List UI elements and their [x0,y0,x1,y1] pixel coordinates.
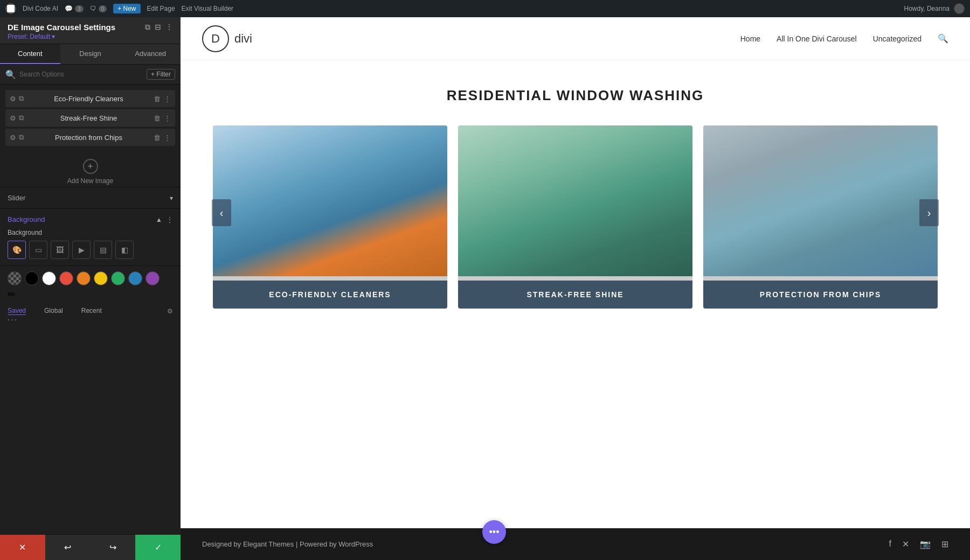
sidebar-search-bar: 🔍 + Filter [0,65,181,85]
logo-letter: D [211,32,220,46]
edit-page-link[interactable]: Edit Page [147,5,175,12]
comment-count-link[interactable]: 🗨 0 [90,5,107,12]
comments-count: 3 [75,5,84,12]
footer-elegant-themes-link[interactable]: Elegant Themes [243,540,294,548]
save-button[interactable]: ✓ [135,535,181,560]
redo-button[interactable]: ↪ [91,535,136,560]
filter-button[interactable]: + Filter [147,69,175,80]
sidebar-layout-icon[interactable]: ⊟ [155,23,161,32]
transparent-swatch[interactable] [8,271,22,285]
purple-swatch[interactable] [146,271,160,285]
nav-uncategorized[interactable]: Uncategorized [873,34,922,43]
cancel-button[interactable]: ✕ [0,535,45,560]
add-new-circle-icon[interactable]: + [83,159,98,174]
item-duplicate-icon[interactable]: ⧉ [19,114,24,122]
item-left-icons: ⚙ ⧉ [10,114,24,122]
card-image-3 [703,125,938,276]
nav-home[interactable]: Home [740,34,760,43]
exit-builder-link[interactable]: Exit Visual Builder [182,5,234,12]
item-delete-icon[interactable]: 🗑 [154,95,161,103]
carousel-next-button[interactable]: › [919,199,939,226]
swatch-settings-icon[interactable]: ⚙ [167,307,173,315]
facebook-icon[interactable]: f [889,539,891,549]
sidebar-items-list: ⚙ ⧉ Eco-Friendly Cleaners 🗑 ⋮ ⚙ ⧉ Streak… [0,85,181,151]
slider-section-header[interactable]: Slider ▾ [8,194,173,202]
add-new-image-button[interactable]: + Add New Image [0,151,181,187]
logo-circle: D [202,25,229,52]
admin-bar-left: Divi Code AI 💬 3 🗨 0 + New Edit Page Exi… [5,3,897,14]
sidebar-bottom-buttons: ✕ ↩ ↪ ✓ [0,534,181,560]
nav-search-icon[interactable]: 🔍 [938,33,948,44]
item-duplicate-icon[interactable]: ⧉ [19,94,24,103]
item-settings-icon[interactable]: ⚙ [10,95,16,103]
yellow-swatch[interactable] [94,271,108,285]
orange-swatch[interactable] [77,271,91,285]
swatch-tab-recent[interactable]: Recent [81,307,102,315]
background-section: Background ▲ ⋮ Background 🎨 ▭ 🖼 ▶ ▤ ◧ [0,208,181,265]
carousel-card-3: PROTECTION FROM CHIPS [703,125,938,309]
custom-color-icon[interactable]: ✏ [8,289,22,303]
footer-wordpress-link[interactable]: WordPress [338,540,373,548]
divi-code-ai-label: Divi Code AI [23,5,58,12]
admin-bar-right: Howdy, Deanna [904,3,965,14]
sidebar-duplicate-icon[interactable]: ⧉ [145,23,150,32]
tab-design[interactable]: Design [60,44,121,64]
instagram-icon[interactable]: 📷 [920,539,931,549]
bg-mask-option[interactable]: ◧ [115,241,134,259]
sidebar-more-icon[interactable]: ⋮ [165,23,173,32]
user-avatar[interactable] [954,3,965,14]
comments-link[interactable]: 💬 3 [65,5,84,12]
swatch-tab-saved[interactable]: Saved [8,307,26,315]
item-settings-icon[interactable]: ⚙ [10,114,16,122]
item-delete-icon[interactable]: 🗑 [154,134,161,142]
bg-video-option[interactable]: ▶ [72,241,91,259]
green-swatch[interactable] [111,271,125,285]
new-button[interactable]: + New [113,4,140,13]
undo-button[interactable]: ↩ [45,535,91,560]
site-nav: Home All In One Divi Carousel Uncategori… [740,33,948,44]
black-swatch[interactable] [25,271,39,285]
red-swatch[interactable] [59,271,73,285]
sidebar-preset[interactable]: Preset: Default ▾ [8,33,173,40]
bg-color-option[interactable]: 🎨 [8,241,26,259]
background-section-header[interactable]: Background ▲ ⋮ [8,215,173,223]
carousel-prev-button[interactable]: ‹ [212,199,231,226]
bg-gradient-option[interactable]: ▭ [29,241,47,259]
main-content: D divi Home All In One Divi Carousel Unc… [181,17,970,560]
slider-chevron-icon: ▾ [170,194,173,202]
search-input[interactable] [19,71,143,78]
white-swatch[interactable] [42,271,56,285]
wordpress-logo[interactable] [5,3,16,14]
item-more-icon[interactable]: ⋮ [164,134,171,142]
site-footer: Designed by Elegant Themes | Powered by … [181,528,970,560]
fab-button[interactable]: ••• [482,520,506,544]
carousel-title: RESIDENTIAL WINDOW WASHING [213,87,938,104]
tab-content[interactable]: Content [0,44,60,64]
site-header: D divi Home All In One Divi Carousel Unc… [181,17,970,60]
blue-swatch[interactable] [128,271,142,285]
bg-image-option[interactable]: 🖼 [51,241,69,259]
list-item: ⚙ ⧉ Protection from Chips 🗑 ⋮ [5,129,175,146]
twitter-x-icon[interactable]: ✕ [902,539,909,549]
item-settings-icon[interactable]: ⚙ [10,134,16,142]
item-more-icon[interactable]: ⋮ [164,114,171,122]
sidebar-title: DE Image Carousel Settings [8,23,115,32]
item-delete-icon[interactable]: 🗑 [154,114,161,122]
divi-code-ai-link[interactable]: Divi Code AI [23,5,58,12]
more-options-icon[interactable]: ··· [8,315,173,325]
background-more-icon[interactable]: ⋮ [167,216,173,223]
item-more-icon[interactable]: ⋮ [164,95,171,103]
swatch-tabs: Saved Global Recent [8,307,102,315]
background-section-icons: ▲ ⋮ [156,216,173,223]
comment-count: 0 [99,5,107,12]
rss-icon[interactable]: ⊞ [941,539,948,549]
swatch-tab-global[interactable]: Global [44,307,63,315]
nav-carousel[interactable]: All In One Divi Carousel [777,34,857,43]
tab-advanced[interactable]: Advanced [120,44,181,64]
bg-pattern-option[interactable]: ▤ [94,241,112,259]
footer-credit: Designed by Elegant Themes | Powered by … [202,540,373,548]
background-chevron-icon: ▲ [156,216,162,223]
slider-section-title: Slider [8,194,25,202]
item-duplicate-icon[interactable]: ⧉ [19,133,24,142]
howdy-text: Howdy, Deanna [904,5,950,12]
